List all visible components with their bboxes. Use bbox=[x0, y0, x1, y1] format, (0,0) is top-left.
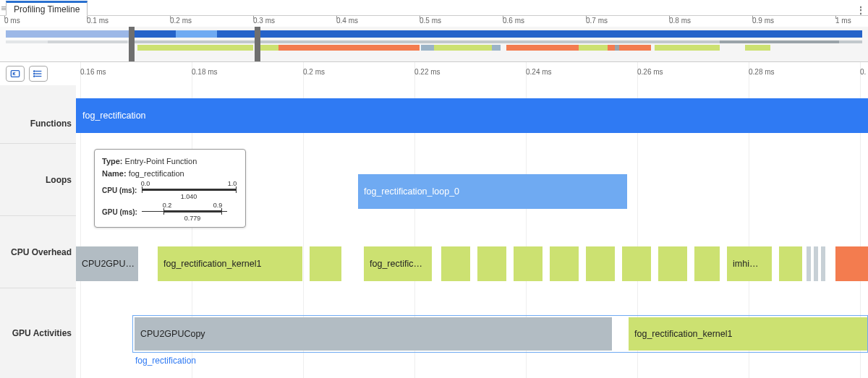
ov-tick: 0.2 ms bbox=[170, 17, 192, 25]
bar-cpu-kernel2[interactable]: fog_rectific… bbox=[364, 246, 432, 281]
svg-rect-0 bbox=[11, 71, 19, 77]
overview-timeline[interactable]: 0 ms 0.1 ms 0.2 ms 0.3 ms 0.4 ms 0.5 ms … bbox=[0, 16, 868, 62]
ov-tick: 1 ms bbox=[835, 17, 851, 25]
bar-cpu[interactable] bbox=[622, 246, 651, 281]
tab-profiling-timeline[interactable]: Profiling Timeline bbox=[6, 1, 88, 16]
overview-seg bbox=[745, 45, 770, 51]
vp-tick: 0.2 ms bbox=[303, 68, 325, 76]
tooltip-cpu-label: CPU (ms): bbox=[102, 185, 137, 196]
tooltip-gpu-val: 0.779 bbox=[184, 214, 201, 224]
bar-cpu[interactable] bbox=[441, 246, 470, 281]
viewport[interactable]: 0.16 ms 0.18 ms 0.2 ms 0.22 ms 0.24 ms 0… bbox=[76, 62, 868, 378]
svg-point-5 bbox=[34, 73, 35, 74]
gpu-container[interactable]: CPU2GPUCopy fog_rectification_kernel1 bbox=[132, 315, 868, 353]
svg-point-4 bbox=[34, 71, 35, 72]
bar-cpu[interactable] bbox=[814, 246, 818, 281]
ov-tick: 0.7 ms bbox=[586, 17, 608, 25]
overview-seg bbox=[137, 45, 253, 51]
overview-ticks: 0 ms 0.1 ms 0.2 ms 0.3 ms 0.4 ms 0.5 ms … bbox=[0, 16, 868, 27]
viewport-ticks: 0.16 ms 0.18 ms 0.2 ms 0.22 ms 0.24 ms 0… bbox=[76, 62, 868, 85]
bar-cpu[interactable] bbox=[586, 246, 615, 281]
overview-seg bbox=[268, 45, 420, 51]
bar-gpu-copy[interactable]: CPU2GPUCopy bbox=[135, 317, 612, 351]
vp-tick: 0.28 ms bbox=[749, 68, 775, 76]
ov-tick: 0.3 ms bbox=[253, 17, 275, 25]
toolbar bbox=[0, 62, 76, 85]
bar-cpu[interactable] bbox=[310, 246, 341, 281]
ov-tick: 0.6 ms bbox=[503, 17, 524, 25]
bar-label: fog_rectific… bbox=[370, 259, 422, 269]
overview-handle-right[interactable] bbox=[255, 27, 260, 61]
ov-tick: 0.1 ms bbox=[87, 17, 109, 25]
bar-cpu[interactable] bbox=[514, 246, 542, 281]
ov-tick: 0.4 ms bbox=[336, 17, 358, 25]
gpu-caption: fog_rectification bbox=[135, 356, 196, 366]
tooltip-gpu-label: GPU (ms): bbox=[102, 207, 137, 218]
drag-grip-icon[interactable] bbox=[0, 1, 6, 15]
overview-seg bbox=[434, 45, 492, 51]
bar-label: CPU2GPU… bbox=[82, 259, 135, 269]
vp-tick: 0. bbox=[860, 68, 866, 76]
bar-cpu[interactable] bbox=[694, 246, 720, 281]
bar-cpu[interactable] bbox=[807, 246, 811, 281]
tooltip-type-label: Type: bbox=[102, 157, 123, 166]
vp-tick: 0.16 ms bbox=[80, 68, 106, 76]
row-header-functions: Functions bbox=[0, 85, 76, 143]
tooltip-type-value: Entry-Point Function bbox=[125, 157, 197, 166]
ov-tick: 0.8 ms bbox=[669, 17, 691, 25]
bar-cpu[interactable] bbox=[779, 246, 802, 281]
bar-label: imhi… bbox=[733, 259, 758, 269]
overview-mask-left bbox=[0, 27, 129, 61]
overview-seg bbox=[579, 45, 608, 51]
bar-label: CPU2GPUCopy bbox=[140, 329, 205, 339]
list-view-button[interactable] bbox=[29, 66, 48, 82]
tooltip-name-label: Name: bbox=[102, 169, 127, 178]
vp-tick: 0.18 ms bbox=[192, 68, 218, 76]
bar-cpu[interactable] bbox=[658, 246, 687, 281]
tooltip-name-value: fog_rectification bbox=[129, 169, 184, 178]
ov-tick: 0.9 ms bbox=[752, 17, 774, 25]
row-label: Loops bbox=[46, 175, 72, 185]
main-timeline: Functions Loops CPU Overhead GPU Activit… bbox=[0, 62, 868, 378]
row-label: Functions bbox=[30, 119, 72, 129]
vp-tick: 0.22 ms bbox=[414, 68, 441, 76]
row-label: CPU Overhead bbox=[11, 247, 72, 257]
tab-label: Profiling Timeline bbox=[14, 4, 80, 14]
row-label: GPU Activities bbox=[12, 328, 72, 338]
bar-label: fog_rectification_loop_0 bbox=[364, 186, 459, 197]
keyboard-shortcuts-button[interactable] bbox=[6, 66, 25, 82]
kebab-menu-icon[interactable] bbox=[854, 5, 868, 15]
bar-cpu-copy[interactable]: CPU2GPU… bbox=[76, 246, 138, 281]
overview-seg bbox=[176, 30, 217, 38]
bar-cpu-kernel1[interactable]: fog_rectification_kernel1 bbox=[158, 246, 302, 281]
ov-tick: 0.5 ms bbox=[420, 17, 441, 25]
bar-cpu[interactable] bbox=[835, 246, 868, 281]
overview-handle-left[interactable] bbox=[129, 27, 135, 61]
bar-cpu[interactable] bbox=[477, 246, 506, 281]
row-header-loops: Loops bbox=[0, 143, 76, 215]
bar-label: fog_rectification_kernel1 bbox=[634, 329, 733, 339]
tooltip: Type: Entry-Point Function Name: fog_rec… bbox=[94, 149, 246, 228]
overview-seg bbox=[615, 45, 619, 51]
row-header-cpu: CPU Overhead bbox=[0, 215, 76, 288]
bar-cpu[interactable] bbox=[821, 246, 825, 281]
bar-cpu-imhist[interactable]: imhi… bbox=[727, 246, 772, 281]
gutter: Functions Loops CPU Overhead GPU Activit… bbox=[0, 62, 76, 378]
svg-point-6 bbox=[34, 76, 35, 77]
bar-cpu[interactable] bbox=[550, 246, 579, 281]
bar-label: fog_rectification_kernel1 bbox=[163, 259, 262, 269]
bar-loop[interactable]: fog_rectification_loop_0 bbox=[358, 174, 627, 209]
tab-bar: Profiling Timeline bbox=[0, 0, 868, 16]
overview-seg bbox=[720, 40, 839, 43]
ov-tick: 0 ms bbox=[4, 17, 20, 25]
row-header-gpu: GPU Activities bbox=[0, 288, 76, 378]
bar-label: fog_rectification bbox=[82, 111, 146, 121]
vp-tick: 0.26 ms bbox=[637, 68, 663, 76]
bar-gpu-kernel1[interactable]: fog_rectification_kernel1 bbox=[629, 317, 867, 351]
vp-tick: 0.24 ms bbox=[526, 68, 552, 76]
overview-seg bbox=[655, 45, 720, 51]
tooltip-cpu-val: 1.040 bbox=[181, 192, 197, 202]
bar-function[interactable]: fog_rectification bbox=[76, 98, 868, 133]
